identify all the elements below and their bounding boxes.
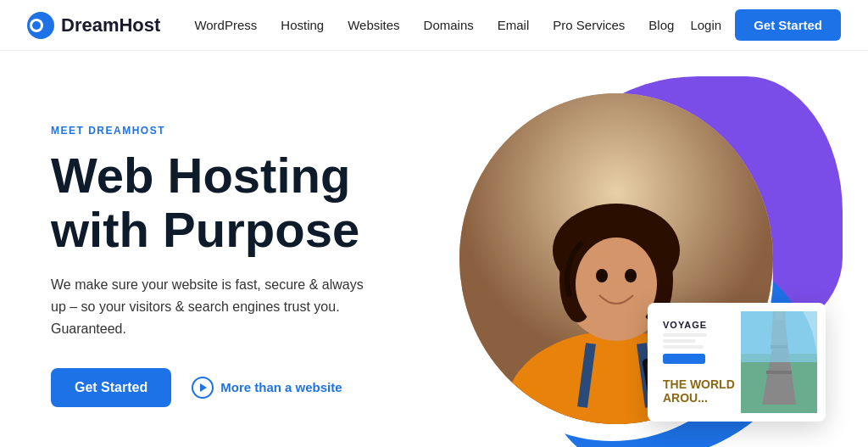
- card-row-1: [663, 333, 707, 337]
- login-button[interactable]: Login: [690, 18, 721, 32]
- card-row-3: [663, 345, 704, 349]
- nav-link-email[interactable]: Email: [498, 18, 530, 32]
- hero-eyebrow: MEET DREAMHOST: [51, 125, 434, 137]
- hero-section: MEET DREAMHOST Web Hosting with Purpose …: [0, 51, 868, 447]
- hero-description: We make sure your website is fast, secur…: [51, 274, 373, 341]
- card-image-svg: [741, 311, 817, 413]
- hero-content: MEET DREAMHOST Web Hosting with Purpose …: [51, 125, 434, 407]
- nav-link-blog[interactable]: Blog: [648, 18, 674, 32]
- logo-text: DreamHost: [61, 14, 160, 36]
- hero-get-started-button[interactable]: Get Started: [51, 368, 171, 407]
- nav-link-wordpress[interactable]: WordPress: [194, 18, 257, 32]
- svg-point-12: [596, 269, 608, 282]
- nav-link-websites[interactable]: Websites: [348, 18, 399, 32]
- hero-actions: Get Started More than a website: [51, 368, 434, 407]
- nav-link-hosting[interactable]: Hosting: [281, 18, 324, 32]
- website-card: VOYAGE THE WORLD AROU...: [648, 303, 826, 422]
- hero-title-line2: with Purpose: [51, 202, 359, 257]
- nav-actions: Login Get Started: [690, 9, 841, 41]
- svg-point-2: [32, 21, 41, 30]
- logo[interactable]: DreamHost: [27, 12, 160, 39]
- hero-title-line1: Web Hosting: [51, 148, 350, 203]
- nav-link-pro-services[interactable]: Pro Services: [553, 18, 625, 32]
- hero-visual: VOYAGE THE WORLD AROU...: [434, 85, 817, 447]
- more-than-label: More than a website: [220, 380, 342, 394]
- dreamhost-logo-icon: [27, 12, 54, 39]
- navigation: DreamHost WordPress Hosting Websites Dom…: [0, 0, 868, 51]
- svg-point-11: [576, 237, 657, 331]
- svg-rect-22: [766, 371, 792, 374]
- card-big-text: THE WORLD AROU...: [663, 378, 735, 405]
- card-voyage-label: VOYAGE: [663, 320, 737, 330]
- card-row-2: [663, 339, 696, 343]
- card-image: [741, 311, 817, 413]
- play-icon: [192, 377, 214, 399]
- svg-rect-23: [741, 311, 817, 362]
- svg-point-13: [625, 269, 637, 282]
- nav-links: WordPress Hosting Websites Domains Email…: [194, 18, 690, 32]
- nav-link-domains[interactable]: Domains: [424, 18, 474, 32]
- nav-get-started-button[interactable]: Get Started: [735, 9, 841, 41]
- hero-title: Web Hosting with Purpose: [51, 148, 434, 257]
- card-action-btn: [663, 354, 705, 364]
- play-triangle-icon: [200, 383, 207, 392]
- more-than-website-link[interactable]: More than a website: [192, 377, 342, 399]
